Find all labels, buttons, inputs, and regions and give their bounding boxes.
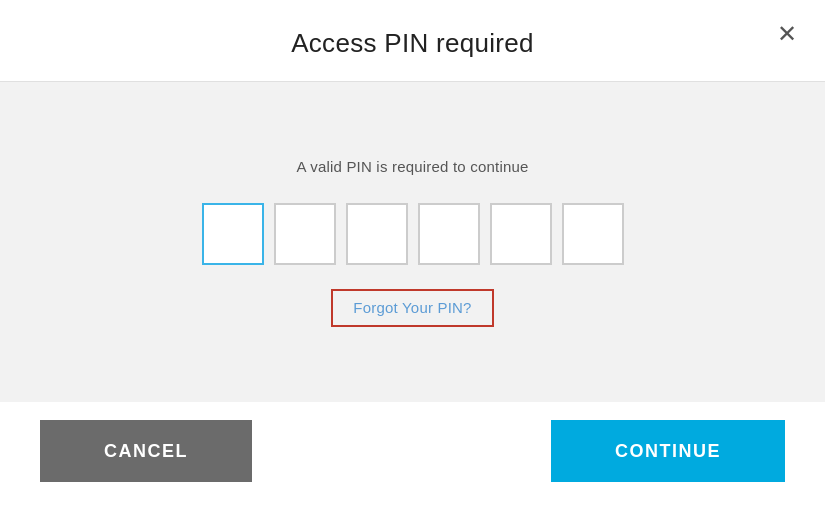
modal-footer: CANCEL CONTINUE bbox=[0, 402, 825, 506]
pin-input-group bbox=[202, 203, 624, 265]
subtitle-text: A valid PIN is required to continue bbox=[296, 158, 528, 175]
continue-button[interactable]: CONTINUE bbox=[551, 420, 785, 482]
pin-box-4[interactable] bbox=[418, 203, 480, 265]
pin-box-1[interactable] bbox=[202, 203, 264, 265]
forgot-pin-button[interactable]: Forgot Your PIN? bbox=[353, 299, 471, 316]
access-pin-modal: Access PIN required ✕ A valid PIN is req… bbox=[0, 0, 825, 506]
cancel-button[interactable]: CANCEL bbox=[40, 420, 252, 482]
pin-box-5[interactable] bbox=[490, 203, 552, 265]
close-button[interactable]: ✕ bbox=[773, 18, 801, 50]
modal-header: Access PIN required ✕ bbox=[0, 0, 825, 82]
pin-box-3[interactable] bbox=[346, 203, 408, 265]
pin-box-6[interactable] bbox=[562, 203, 624, 265]
pin-box-2[interactable] bbox=[274, 203, 336, 265]
forgot-pin-wrapper: Forgot Your PIN? bbox=[331, 289, 493, 327]
modal-title: Access PIN required bbox=[40, 28, 785, 59]
modal-body: A valid PIN is required to continue Forg… bbox=[0, 82, 825, 402]
